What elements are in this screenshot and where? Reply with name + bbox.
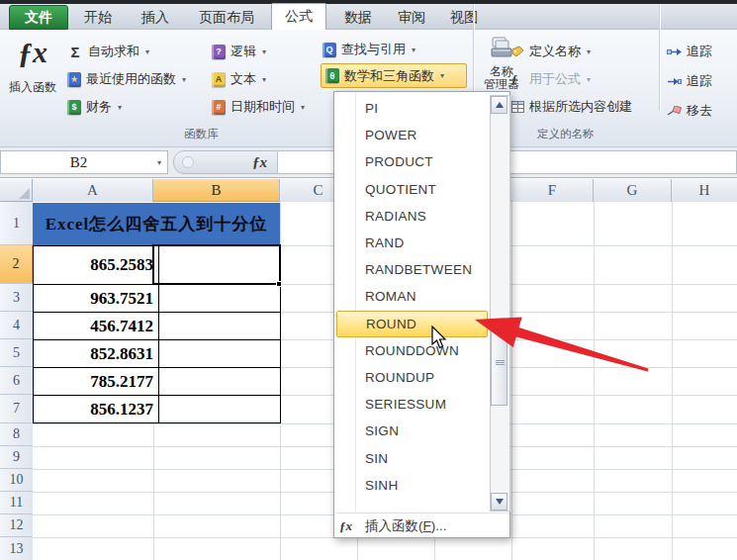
cell-a4[interactable]: 456.7412 [34,313,159,339]
date-time-button[interactable]: # 日期和时间 ▾ [212,97,305,117]
row-header-3[interactable]: 3 [0,284,33,312]
row-header-2[interactable]: 2 [0,245,33,284]
create-from-selection-button[interactable]: 根据所选内容创建 [511,97,632,117]
row-header-12[interactable]: 12 [0,514,33,537]
name-box[interactable]: B2 ▾ [0,150,168,174]
row-header-4[interactable]: 4 [0,312,33,339]
tab-page-layout[interactable]: 页面布局 [187,5,266,30]
cell-b3[interactable] [154,285,280,312]
row-header-7[interactable]: 7 [0,395,33,423]
row-header-6[interactable]: 6 [0,367,33,395]
trace-precedents-button[interactable]: 追踪 [667,42,712,61]
scroll-up-button[interactable] [491,96,507,114]
menu-item-product[interactable]: PRODUCT [336,148,488,175]
cell-a1-title[interactable]: Excel怎么四舍五入到十分位 [33,203,280,245]
row-header-12-label: 12 [10,517,24,533]
menu-item-randbetween[interactable]: RANDBETWEEN [336,256,488,283]
column-header-b[interactable]: B [153,179,280,202]
column-header-f-label: F [548,182,556,199]
column-header-f[interactable]: F [511,179,594,202]
cell-b4[interactable] [154,313,280,339]
row-header-7-label: 7 [13,401,20,417]
scroll-down-button[interactable] [491,493,507,511]
row-header-2-label: 2 [13,256,20,272]
cell-b5[interactable] [154,340,280,367]
window-top-edge [0,0,737,4]
math-trig-button[interactable]: θ 数学和三角函数 ▾ [321,63,467,88]
trace-dependents-button[interactable]: 追踪 [667,71,712,91]
scroll-down-icon [496,499,504,505]
remove-arrows-button[interactable]: 移去 [667,101,712,121]
row-header-1[interactable]: 1 [0,202,33,245]
chevron-down-icon: ▾ [440,71,444,80]
cell-a5[interactable]: 852.8631 [34,340,159,367]
cell-a2[interactable]: 865.2583 [34,246,159,284]
financial-book-icon: $ [67,100,81,115]
menu-item-insert-function[interactable]: ƒx 插入函数(F)... [334,514,510,537]
menu-item-sin[interactable]: SIN [336,444,488,471]
row-header-8[interactable]: 8 [0,423,33,446]
menu-item-quotient[interactable]: QUOTIENT [336,176,488,203]
menu-item-sinh[interactable]: SINH [336,472,488,499]
tab-formulas-active[interactable]: 公式 [271,3,326,30]
tab-insert[interactable]: 插入 [130,5,181,30]
menu-item-seriessum[interactable]: SERIESSUM [336,391,488,418]
column-header-g[interactable]: G [594,179,672,202]
menu-item-radians[interactable]: RADIANS [336,203,488,230]
tab-review-label: 审阅 [398,9,425,27]
cell-b6[interactable] [154,368,280,395]
chevron-down-icon: ▾ [262,75,266,84]
logical-book-icon: ? [212,45,226,59]
menu-item-pi[interactable]: PI [336,95,488,122]
logical-button[interactable]: ? 逻辑 ▾ [212,42,266,61]
select-all-corner[interactable] [0,179,33,202]
fx-icon: ƒx [18,36,47,69]
tab-data[interactable]: 数据 [332,5,384,30]
menu-item-sign[interactable]: SIGN [336,418,488,444]
insert-function-button[interactable]: ƒx 插入函数 [4,36,61,140]
insert-function-fx-icon[interactable]: ƒx [252,154,267,171]
recent-book-icon: ★ [67,72,81,87]
menu-item-power[interactable]: POWER [336,122,488,148]
lookup-reference-button[interactable]: Q 查找与引用 ▾ [322,40,415,59]
use-in-formula-button[interactable]: ƒ 用于公式 ▾ [511,69,591,89]
row-header-13[interactable]: 13 [0,537,33,560]
recently-used-label: 最近使用的函数 [86,70,176,88]
row-header-5-label: 5 [13,345,20,361]
financial-button[interactable]: $ 财务 ▾ [67,97,122,117]
tab-file[interactable]: 文件 [9,5,68,30]
autosum-button[interactable]: Σ 自动求和 ▾ [67,42,149,61]
recently-used-button[interactable]: ★ 最近使用的函数 ▾ [67,69,186,89]
tab-home[interactable]: 开始 [73,5,123,30]
red-annotation-arrow [435,297,663,381]
logical-label: 逻辑 [230,43,256,60]
fill-handle[interactable] [276,281,282,287]
define-name-button[interactable]: 定义名称 ▾ [511,42,591,61]
row-header-11[interactable]: 11 [0,492,33,514]
lookup-book-icon: Q [322,43,336,57]
selected-cell-border[interactable] [152,244,281,285]
row-header-5[interactable]: 5 [0,339,33,367]
use-in-formula-fx-icon: ƒ [511,72,524,87]
column-header-a[interactable]: A [33,179,153,202]
gridline [511,202,512,560]
cell-a3[interactable]: 963.7521 [34,285,159,312]
cell-a6[interactable]: 785.2177 [34,368,159,395]
row-header-10-label: 10 [10,472,24,488]
name-box-dropdown-icon[interactable]: ▾ [157,158,161,167]
cell-a7[interactable]: 856.1237 [34,396,159,422]
cell-b7[interactable] [154,396,280,422]
row-header-10[interactable]: 10 [0,469,33,492]
column-header-c-label: C [313,182,322,199]
table-row: 852.8631 [34,340,280,368]
defined-names-group-label: 定义的名称 [537,127,595,141]
text-button[interactable]: A 文本 ▾ [212,69,266,89]
cell-a5-value: 852.8631 [90,344,153,364]
menu-item-rand[interactable]: RAND [336,230,488,256]
tab-view[interactable]: 视图 [439,5,489,30]
tab-review[interactable]: 审阅 [388,5,435,30]
gridline [672,202,673,560]
column-header-h[interactable]: H [672,179,737,202]
row-header-9[interactable]: 9 [0,446,33,469]
row-header-13-label: 13 [10,541,24,557]
